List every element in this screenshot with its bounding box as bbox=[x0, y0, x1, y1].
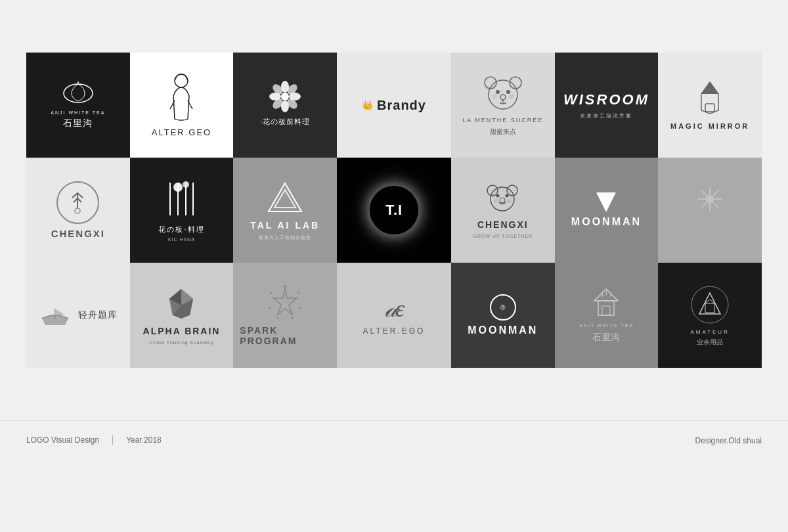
logo-cell-spark-program: SPARK PROGRAM bbox=[233, 263, 337, 368]
svg-point-31 bbox=[507, 185, 517, 196]
svg-marker-43 bbox=[273, 288, 297, 315]
alter-ego-logo: 𝒶ε ALTER.EGO bbox=[363, 295, 426, 336]
svg-point-46 bbox=[299, 307, 301, 309]
alpha-brain-sub: China Training Academy bbox=[150, 340, 214, 345]
footer-left: LOGO Visual Design Year.2018 bbox=[26, 435, 162, 445]
logo-cell-alpha-brain: ALPHA BRAIN China Training Academy bbox=[130, 263, 234, 368]
svg-point-47 bbox=[291, 317, 293, 319]
anji2-logo: ANJI WHITE TEA 石里沟 bbox=[579, 288, 634, 344]
svg-point-33 bbox=[506, 194, 509, 197]
anji2-title: ANJI WHITE TEA bbox=[579, 323, 634, 328]
brandy-logo: 👑 Brandy bbox=[343, 90, 445, 121]
logo-cell-moonman2: ® MOONMAN bbox=[451, 263, 555, 368]
chengxi2-sub: GROW UP TOGETHER bbox=[473, 234, 533, 238]
amateur-cn: 业余用品 bbox=[697, 338, 723, 347]
logo-cell-wisroom: WISROOM 未来体工场法方案 bbox=[555, 53, 659, 158]
amateur-text: AMATEUR bbox=[690, 329, 730, 335]
qingdan-logo: 轻舟题库 bbox=[39, 302, 118, 328]
svg-point-35 bbox=[494, 199, 498, 203]
anji-logo: ANJI WHITE TEA 石里沟 bbox=[51, 81, 105, 129]
kichana-name: 花の板·料理 bbox=[158, 225, 204, 234]
la-menthe-logo: LA MENTHE SUCRÉE 甜蜜来点 bbox=[462, 74, 543, 137]
svg-point-16 bbox=[506, 90, 510, 94]
spark-icon bbox=[267, 285, 303, 321]
logo-cell-la-menthe: LA MENTHE SUCRÉE 甜蜜来点 bbox=[451, 53, 555, 158]
alpha-brain-text: ALPHA BRAIN bbox=[143, 326, 221, 336]
alter-ego-script-icon: 𝒶ε bbox=[385, 295, 403, 322]
spark-text: SPARK PROGRAM bbox=[240, 325, 330, 346]
page-wrapper: ANJI WHITE TEA 石里沟 ALTER.GEO bbox=[0, 0, 788, 459]
ti-text: T.I bbox=[385, 202, 403, 219]
la-menthe2-icon bbox=[697, 186, 723, 212]
logo-cell-chengxi: CHENGXI bbox=[26, 158, 130, 263]
svg-point-49 bbox=[269, 307, 271, 309]
footer: LOGO Visual Design Year.2018 Designer.Ol… bbox=[0, 420, 788, 459]
moonman2-registered-icon: ® bbox=[500, 304, 505, 311]
top-spacer bbox=[0, 0, 788, 53]
anji-icon bbox=[58, 81, 98, 108]
logo-cell-hana: ·花の板前料理 bbox=[233, 53, 337, 158]
ti-circle: T.I bbox=[368, 184, 420, 236]
la-menthe-text-en: LA MENTHE SUCRÉE bbox=[462, 117, 543, 123]
magic-mirror-icon bbox=[695, 81, 725, 117]
chengxi-logo: CHENGXI bbox=[51, 181, 105, 239]
la-menthe-text-cn: 甜蜜来点 bbox=[490, 127, 516, 137]
alpha-brain-logo: ALPHA BRAIN China Training Academy bbox=[143, 286, 221, 345]
hana-icon bbox=[269, 80, 301, 113]
chengxi-inner-icon bbox=[63, 188, 93, 217]
footer-year: Year.2018 bbox=[126, 435, 162, 445]
hana-text: ·花の板前料理 bbox=[260, 117, 310, 127]
svg-point-34 bbox=[500, 198, 505, 203]
magic-mirror-logo: MAGIC MIRROR bbox=[670, 81, 749, 130]
chengxi2-bear-icon bbox=[485, 183, 521, 215]
wisroom-sub: 未来体工场法方案 bbox=[580, 112, 632, 120]
kichana-sub: KIC HANA bbox=[168, 237, 195, 242]
chengxi-circle bbox=[56, 181, 99, 224]
svg-point-45 bbox=[297, 292, 299, 294]
footer-divider bbox=[112, 435, 113, 445]
logo-cell-brandy: 👑 Brandy bbox=[337, 53, 451, 158]
svg-point-28 bbox=[183, 181, 189, 188]
footer-logo-visual-design: LOGO Visual Design bbox=[26, 435, 99, 445]
moonman-text: MOONMAN bbox=[571, 216, 642, 228]
moonman-triangle-icon bbox=[596, 192, 616, 212]
logo-cell-magic-mirror: MAGIC MIRROR bbox=[658, 53, 762, 158]
logo-cell-chengxi2: CHENGXI GROW UP TOGETHER bbox=[451, 158, 555, 263]
svg-point-32 bbox=[496, 194, 500, 197]
magic-mirror-text: MAGIC MIRROR bbox=[670, 122, 749, 130]
svg-point-27 bbox=[173, 183, 183, 192]
svg-point-15 bbox=[496, 90, 500, 94]
ti-logo: T.I bbox=[368, 184, 420, 236]
amateur-icon bbox=[689, 284, 732, 326]
svg-point-20 bbox=[509, 94, 514, 99]
logo-cell-amateur: AMATEUR 业余用品 bbox=[658, 263, 762, 368]
svg-point-17 bbox=[500, 95, 506, 100]
tal-sub: 新东方人工智能实验室 bbox=[259, 234, 311, 241]
svg-rect-51 bbox=[598, 301, 614, 315]
logo-cell-qingdan: 轻舟题库 bbox=[26, 263, 130, 368]
logo-cell-la-menthe2: LA MENTHE SUCRÉE 溢彩来点 bbox=[658, 158, 762, 263]
alter-geo-logo: ALTER.GEO bbox=[152, 73, 211, 137]
logo-cell-kichana: 花の板·料理 KIC HANA bbox=[130, 158, 234, 263]
moonman2-circle: ® bbox=[490, 294, 516, 321]
la-menthe2-cn: 溢彩来点 bbox=[698, 227, 722, 235]
moonman2-logo: ® MOONMAN bbox=[468, 294, 538, 336]
logo-cell-anji-white-tea: ANJI WHITE TEA 石里沟 bbox=[26, 53, 130, 158]
amateur-logo: AMATEUR 业余用品 bbox=[689, 284, 732, 347]
la-menthe-bear-icon bbox=[480, 74, 526, 113]
footer-designer: Designer.Old shuai bbox=[695, 436, 762, 445]
moonman-logo: MOONMAN bbox=[571, 192, 642, 228]
wisroom-logo: WISROOM 未来体工场法方案 bbox=[563, 91, 649, 120]
svg-rect-52 bbox=[602, 306, 610, 315]
alter-geo-icon bbox=[164, 73, 200, 122]
la-menthe2-logo: LA MENTHE SUCRÉE 溢彩来点 bbox=[670, 186, 751, 235]
anji2-tea-icon bbox=[590, 288, 622, 319]
svg-rect-21 bbox=[705, 104, 714, 112]
qingdan-text: 轻舟题库 bbox=[78, 309, 118, 321]
logo-cell-ti: T.I bbox=[337, 158, 451, 263]
anji-title-text: ANJI WHITE TEA bbox=[51, 110, 105, 115]
svg-point-19 bbox=[492, 94, 497, 99]
logo-cell-anji2: ANJI WHITE TEA 石里沟 bbox=[555, 263, 659, 368]
hana-logo: ·花の板前料理 bbox=[260, 80, 310, 131]
svg-point-48 bbox=[276, 317, 278, 319]
